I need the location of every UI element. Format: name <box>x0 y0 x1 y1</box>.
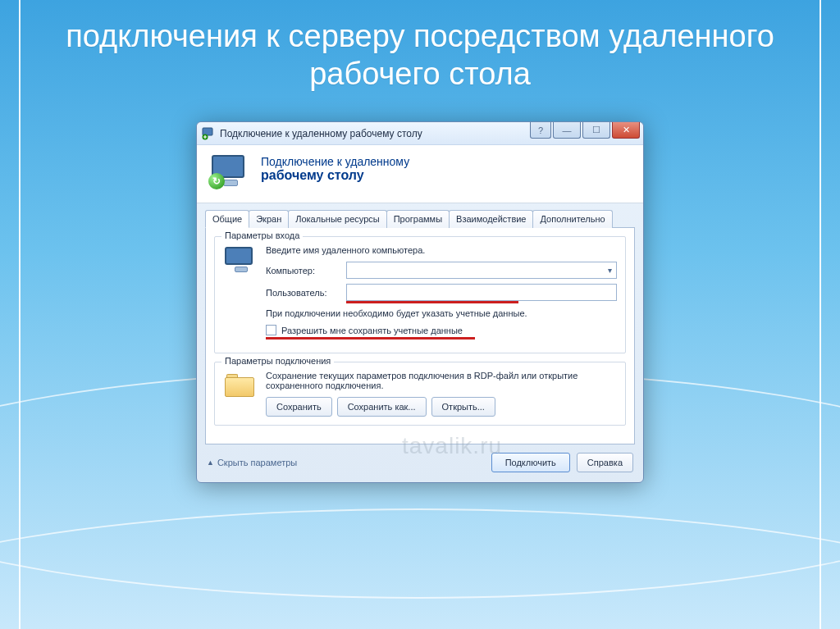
rdp-banner-icon: ↻ <box>210 155 249 191</box>
open-button[interactable]: Открыть... <box>431 397 495 417</box>
connect-button[interactable]: Подключить <box>491 453 570 472</box>
chevron-up-icon: ▲ <box>207 458 214 467</box>
window-title: Подключение к удаленному рабочему столу <box>220 128 422 139</box>
save-credentials-checkbox[interactable] <box>266 325 276 335</box>
tab-programs[interactable]: Программы <box>386 210 450 228</box>
login-group-title: Параметры входа <box>221 230 303 240</box>
slide-title: подключения к серверу посредством удален… <box>49 18 791 93</box>
banner-line2: рабочему столу <box>261 168 409 183</box>
help-button[interactable]: ? <box>530 122 551 139</box>
svg-rect-0 <box>203 128 212 135</box>
conn-group-title: Параметры подключения <box>221 356 334 366</box>
help-footer-button[interactable]: Справка <box>577 453 633 472</box>
login-parameters-group: Параметры входа Введите имя удаленного к… <box>214 236 626 353</box>
tab-local-resources[interactable]: Локальные ресурсы <box>288 210 386 228</box>
user-label: Пользователь: <box>266 288 340 298</box>
chevron-down-icon: ▾ <box>608 266 612 275</box>
rdp-app-icon <box>202 127 215 140</box>
user-input[interactable] <box>346 284 617 301</box>
annotation-underline-user <box>346 301 518 303</box>
login-intro: Введите имя удаленного компьютера. <box>266 245 617 255</box>
tab-experience[interactable]: Взаимодействие <box>449 210 533 228</box>
save-as-button[interactable]: Сохранить как... <box>337 397 427 417</box>
computer-combobox[interactable]: ▾ <box>346 262 617 279</box>
conn-desc: Сохранение текущих параметров подключени… <box>266 371 617 390</box>
window-titlebar[interactable]: Подключение к удаленному рабочему столу … <box>197 122 643 145</box>
tab-panel-general: Параметры входа Введите имя удаленного к… <box>205 227 635 444</box>
computer-label: Компьютер: <box>266 266 340 276</box>
maximize-button[interactable]: ☐ <box>582 122 610 139</box>
banner: ↻ Подключение к удаленному рабочему стол… <box>197 145 643 203</box>
save-button[interactable]: Сохранить <box>266 397 332 417</box>
credentials-note: При подключении необходимо будет указать… <box>266 308 617 318</box>
tab-display[interactable]: Экран <box>249 210 289 228</box>
banner-line1: Подключение к удаленному <box>261 155 409 168</box>
connection-parameters-group: Параметры подключения Сохранение текущих… <box>214 362 626 426</box>
computer-icon <box>223 247 256 276</box>
save-credentials-label: Разрешить мне сохранять учетные данные <box>281 326 463 335</box>
close-button[interactable]: ✕ <box>612 122 640 139</box>
rdp-window: Подключение к удаленному рабочему столу … <box>196 121 644 483</box>
tab-advanced[interactable]: Дополнительно <box>532 210 612 228</box>
tab-strip: Общие Экран Локальные ресурсы Программы … <box>205 210 635 228</box>
tab-general[interactable]: Общие <box>205 210 249 228</box>
minimize-button[interactable]: — <box>553 122 581 139</box>
hide-options-link[interactable]: ▲ Скрыть параметры <box>207 458 297 467</box>
annotation-underline-checkbox <box>266 337 475 340</box>
folder-icon <box>223 372 256 399</box>
